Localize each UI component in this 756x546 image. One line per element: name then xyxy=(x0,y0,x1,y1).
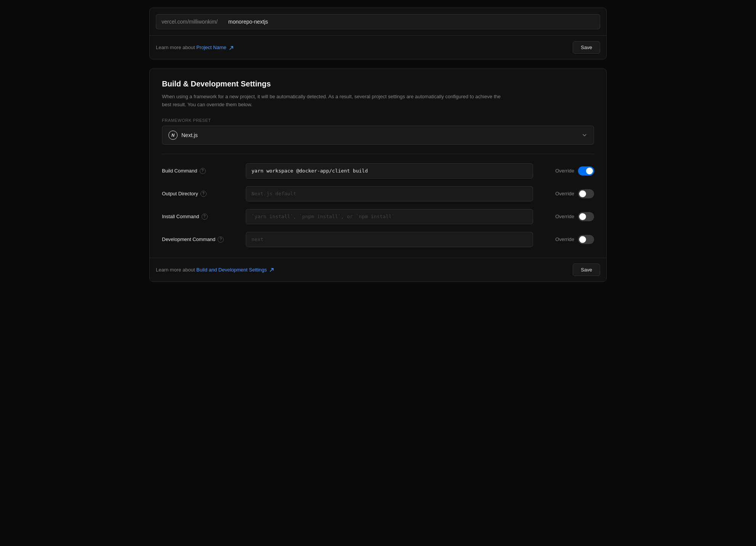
build-command-input[interactable] xyxy=(246,163,533,179)
build-settings-description: When using a framework for a new project… xyxy=(162,93,505,109)
install-command-toggle[interactable] xyxy=(578,212,594,221)
build-command-toggle[interactable] xyxy=(578,166,594,176)
framework-preset-value: Next.js xyxy=(181,132,198,138)
settings-rows: Build Command ? Override xyxy=(162,163,594,247)
development-command-label: Development Command xyxy=(162,236,215,242)
output-directory-override-label: Override xyxy=(555,191,574,196)
settings-divider xyxy=(162,154,594,154)
nextjs-icon: N xyxy=(168,131,178,140)
project-name-section: vercel.com/milliwonkim/ Learn more about… xyxy=(149,8,607,59)
output-directory-override: Override xyxy=(541,189,594,198)
build-command-row: Build Command ? Override xyxy=(162,163,594,179)
development-command-input[interactable] xyxy=(246,232,533,247)
output-directory-input-wrapper xyxy=(246,186,533,201)
project-name-footer: Learn more about Project Name Save xyxy=(150,35,606,59)
build-settings-learn-more: Learn more about Build and Development S… xyxy=(156,267,274,273)
output-directory-row: Output Directory ? Override xyxy=(162,186,594,201)
build-settings-external-link-icon xyxy=(269,268,274,272)
project-name-learn-more: Learn more about Project Name xyxy=(156,45,234,50)
output-directory-label: Output Directory xyxy=(162,191,198,196)
external-link-icon xyxy=(229,46,234,50)
output-directory-input[interactable] xyxy=(246,186,533,201)
development-command-toggle[interactable] xyxy=(578,235,594,244)
install-command-label: Install Command xyxy=(162,214,199,219)
install-command-help-icon[interactable]: ? xyxy=(202,214,208,220)
install-command-input-wrapper xyxy=(246,209,533,224)
build-settings-save-button[interactable]: Save xyxy=(573,263,600,276)
project-name-link[interactable]: Project Name xyxy=(196,45,233,50)
development-command-override: Override xyxy=(541,235,594,244)
build-settings-footer: Learn more about Build and Development S… xyxy=(150,258,606,281)
install-command-input[interactable] xyxy=(246,209,533,224)
build-command-input-wrapper xyxy=(246,163,533,179)
build-settings-section: Build & Development Settings When using … xyxy=(149,69,607,282)
install-command-override-label: Override xyxy=(555,214,574,219)
build-command-override-label: Override xyxy=(555,168,574,174)
framework-preset-dropdown[interactable]: N Next.js xyxy=(162,126,594,145)
project-name-save-button[interactable]: Save xyxy=(573,41,600,54)
build-settings-title: Build & Development Settings xyxy=(162,80,594,88)
build-command-help-icon[interactable]: ? xyxy=(200,168,206,174)
build-command-override: Override xyxy=(541,166,594,176)
output-directory-toggle[interactable] xyxy=(578,189,594,198)
chevron-down-icon xyxy=(581,132,588,138)
build-settings-link[interactable]: Build and Development Settings xyxy=(196,267,274,273)
domain-prefix: vercel.com/milliwonkim/ xyxy=(156,14,223,29)
development-command-override-label: Override xyxy=(555,236,574,242)
development-command-help-icon[interactable]: ? xyxy=(218,236,224,243)
install-command-row: Install Command ? Override xyxy=(162,209,594,224)
output-directory-help-icon[interactable]: ? xyxy=(200,191,207,197)
framework-preset-label: Framework Preset xyxy=(162,118,594,123)
install-command-override: Override xyxy=(541,212,594,221)
project-name-input[interactable] xyxy=(223,14,600,29)
build-command-label: Build Command xyxy=(162,168,197,174)
development-command-input-wrapper xyxy=(246,232,533,247)
development-command-row: Development Command ? Override xyxy=(162,232,594,247)
